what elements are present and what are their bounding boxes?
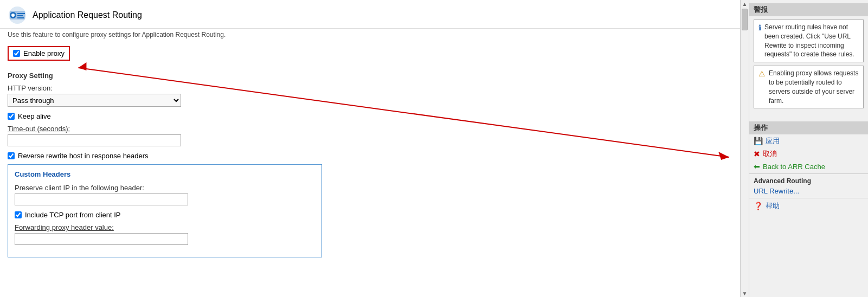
sidebar: 警报 ℹ Server routing rules have not been … [749, 0, 868, 297]
forwarding-proxy-label: Forwarding proxy header value: [15, 223, 315, 231]
cancel-icon: ✖ [754, 150, 760, 158]
warn-icon: ⚠ [758, 69, 766, 80]
http-version-group: HTTP version: Pass through HTTP/1.0 HTTP… [8, 84, 732, 107]
preserve-client-ip-input[interactable]: X-Forwarded-For [15, 193, 188, 205]
reverse-rewrite-row: Reverse rewrite host in response headers [8, 152, 732, 160]
back-icon: ⬅ [754, 162, 760, 171]
alerts-title: 警报 [749, 3, 868, 16]
forwarding-proxy-group: Forwarding proxy header value: [15, 223, 315, 245]
cancel-action[interactable]: ✖ 取消 [749, 147, 868, 160]
svg-rect-4 [17, 13, 25, 14]
include-tcp-row: Include TCP port from client IP [15, 211, 315, 219]
include-tcp-checkbox[interactable] [15, 211, 22, 218]
custom-headers-section: Custom Headers Preserve client IP in the… [8, 164, 322, 257]
help-action[interactable]: ❓ 帮助 [749, 199, 868, 212]
custom-headers-title: Custom Headers [15, 170, 315, 178]
advanced-routing-subtitle: Advanced Routing [749, 175, 868, 185]
timeout-label: Time-out (seconds): [8, 125, 732, 133]
page-title: Application Request Routing [33, 10, 142, 20]
cancel-label: 取消 [763, 149, 777, 159]
svg-rect-5 [17, 15, 23, 16]
include-tcp-label: Include TCP port from client IP [25, 211, 121, 219]
info-alert-text: Server routing rules have not been creat… [764, 23, 859, 59]
scrollbar-thumb[interactable] [742, 9, 748, 30]
actions-title: 操作 [749, 121, 868, 134]
http-version-label: HTTP version: [8, 84, 732, 92]
page-header: Application Request Routing [0, 0, 740, 29]
alert-section: ℹ Server routing rules have not been cre… [749, 16, 868, 115]
preserve-client-ip-label: Preserve client IP in the following head… [15, 184, 315, 192]
main-content: Application Request Routing Use this fea… [0, 0, 740, 297]
proxy-setting-section-label: Proxy Setting [8, 72, 732, 80]
reverse-rewrite-checkbox[interactable] [8, 152, 15, 159]
info-alert: ℹ Server routing rules have not been cre… [754, 20, 864, 62]
enable-proxy-label[interactable]: Enable proxy [8, 46, 70, 61]
back-to-arr-action[interactable]: ⬅ Back to ARR Cache [749, 160, 868, 172]
url-rewrite-label: URL Rewrite... [754, 187, 799, 195]
page-header-text: Application Request Routing [33, 10, 142, 20]
actions-section: 操作 💾 应用 ✖ 取消 ⬅ Back to ARR Cache Advance… [749, 118, 868, 216]
enable-proxy-checkbox[interactable] [13, 50, 20, 57]
apply-label: 应用 [766, 136, 780, 146]
apply-action[interactable]: 💾 应用 [749, 134, 868, 147]
page-subtitle: Use this feature to configure proxy sett… [0, 29, 740, 42]
svg-point-3 [11, 14, 15, 17]
url-rewrite-action[interactable]: URL Rewrite... [749, 185, 868, 197]
info-icon: ℹ [758, 23, 761, 34]
timeout-group: Time-out (seconds): 120 [8, 125, 732, 146]
warn-alert: ⚠ Enabling proxy allows requests to be p… [754, 66, 864, 108]
divider2 [749, 198, 868, 198]
svg-rect-6 [17, 17, 24, 18]
alerts-section: 警报 ℹ Server routing rules have not been … [749, 0, 868, 118]
help-icon: ❓ [754, 202, 763, 210]
apply-icon: 💾 [754, 137, 763, 145]
forwarding-proxy-input[interactable] [15, 233, 188, 245]
timeout-input[interactable]: 120 [8, 134, 181, 146]
http-version-select[interactable]: Pass through HTTP/1.0 HTTP/1.1 [8, 94, 181, 107]
keep-alive-label: Keep alive [18, 112, 51, 120]
scrollbar[interactable]: ▲ ▼ [740, 0, 749, 297]
keep-alive-row: Keep alive [8, 112, 732, 120]
arr-icon [8, 5, 27, 25]
help-label: 帮助 [766, 201, 780, 211]
back-to-arr-label: Back to ARR Cache [763, 163, 825, 171]
divider [749, 173, 868, 174]
reverse-rewrite-label: Reverse rewrite host in response headers [18, 152, 149, 160]
warn-alert-text: Enabling proxy allows requests to be pot… [769, 69, 859, 105]
preserve-client-ip-group: Preserve client IP in the following head… [15, 184, 315, 205]
form-area: Enable proxy Proxy Setting HTTP version:… [0, 42, 740, 297]
keep-alive-checkbox[interactable] [8, 113, 15, 120]
